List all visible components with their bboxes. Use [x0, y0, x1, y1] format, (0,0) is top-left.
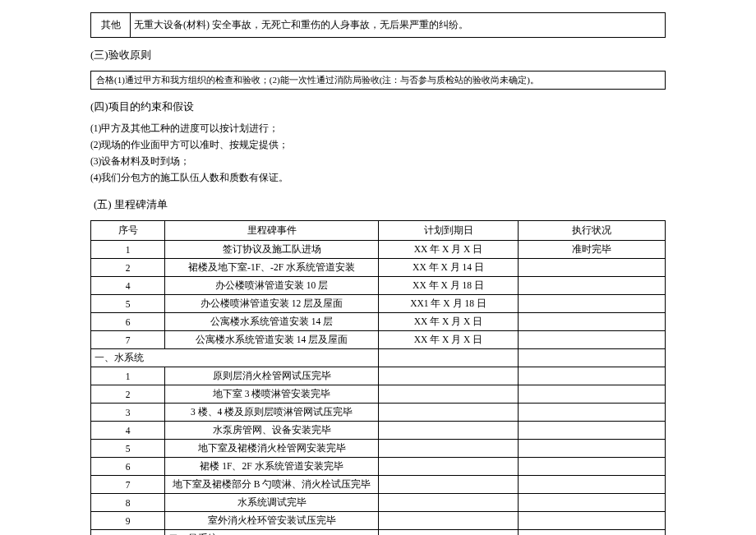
table-cell — [379, 494, 519, 512]
table-row: 2地下室 3 楼喷淋管安装完毕 — [91, 385, 666, 404]
group-b-label: 二、风系统 — [165, 530, 379, 536]
other-label: 其他 — [91, 13, 131, 37]
table-cell: 准时完毕 — [519, 241, 666, 259]
table-cell: 2 — [91, 385, 165, 404]
table-row: 1签订协议及施工队进场XX 年 X 月 X 日准时完毕 — [91, 241, 666, 259]
table-cell — [519, 494, 666, 512]
table-cell — [519, 476, 666, 494]
table-row: 9室外消火栓环管安装试压完毕 — [91, 512, 666, 530]
table-cell — [379, 458, 519, 476]
table-cell — [519, 385, 666, 404]
table-cell: 地下室及裙楼消火栓管网安装完毕 — [165, 440, 379, 458]
table-cell: 1 — [91, 367, 165, 385]
table-cell — [379, 512, 519, 530]
milestone-table: 序号 里程碑事件 计划到期日 执行状况 1签订协议及施工队进场XX 年 X 月 … — [90, 220, 666, 535]
table-cell — [519, 295, 666, 313]
table-cell: 室外消火栓环管安装试压完毕 — [165, 512, 379, 530]
table-cell: XX 年 X 月 14 日 — [379, 259, 519, 277]
milestone-water-body: 1原则层消火栓管网试压完毕2地下室 3 楼喷淋管安装完毕33 楼、4 楼及原则层… — [91, 367, 666, 530]
table-cell — [519, 313, 666, 331]
table-cell: 水泵房管网、设备安装完毕 — [165, 422, 379, 440]
table-cell: XX 年 X 月 X 日 — [379, 331, 519, 349]
table-cell: 办公楼喷淋管道安装 12 层及屋面 — [165, 295, 379, 313]
table-cell — [519, 440, 666, 458]
acceptance-principle-box: 合格(1)通过甲方和我方组织的检查和验收；(2)能一次性通过消防局验收(注：与否… — [90, 71, 666, 90]
group-b-row: 二、风系统 — [91, 530, 666, 536]
table-row: 7公寓楼水系统管道安装 14 层及屋面XX 年 X 月 X 日 — [91, 331, 666, 349]
table-row: 33 楼、4 楼及原则层喷淋管网试压完毕 — [91, 404, 666, 422]
milestone-top-body: 1签订协议及施工队进场XX 年 X 月 X 日准时完毕2裙楼及地下室-1F、-2… — [91, 241, 666, 349]
table-cell — [519, 331, 666, 349]
section-3-title: (三)验收原则 — [90, 48, 666, 62]
other-content: 无重大设备(材料) 安全事故，无死亡和重伤的人身事故，无后果严重的纠纷。 — [131, 13, 665, 37]
group-a-row: 一、水系统 — [91, 349, 666, 367]
table-cell: 3 楼、4 楼及原则层喷淋管网试压完毕 — [165, 404, 379, 422]
table-cell: 水系统调试完毕 — [165, 494, 379, 512]
table-cell — [379, 404, 519, 422]
table-cell: XX 年 X 月 18 日 — [379, 277, 519, 295]
table-cell — [519, 422, 666, 440]
table-cell: 7 — [91, 331, 165, 349]
table-cell: 原则层消火栓管网试压完毕 — [165, 367, 379, 385]
table-cell: 办公楼喷淋管道安装 10 层 — [165, 277, 379, 295]
table-cell: 3 — [91, 404, 165, 422]
table-cell: 9 — [91, 512, 165, 530]
table-row: 2裙楼及地下室-1F、-2F 水系统管道安装XX 年 X 月 14 日 — [91, 259, 666, 277]
table-cell — [519, 259, 666, 277]
table-cell: 7 — [91, 476, 165, 494]
table-cell: 5 — [91, 295, 165, 313]
assumption-item: (2)现场的作业面甲方可以准时、按规定提供； — [90, 139, 666, 151]
empty-cell — [91, 530, 165, 536]
table-cell: 公寓楼水系统管道安装 14 层及屋面 — [165, 331, 379, 349]
table-cell: 公寓楼水系统管道安装 14 层 — [165, 313, 379, 331]
table-row: 4办公楼喷淋管道安装 10 层XX 年 X 月 18 日 — [91, 277, 666, 295]
table-cell — [519, 367, 666, 385]
table-cell — [519, 404, 666, 422]
table-cell: XX 年 X 月 X 日 — [379, 313, 519, 331]
assumptions-list: (1)甲方及其他工种的进度可以按计划进行； (2)现场的作业面甲方可以准时、按规… — [90, 122, 666, 184]
table-cell — [379, 476, 519, 494]
table-cell: 1 — [91, 241, 165, 259]
other-info-box: 其他 无重大设备(材料) 安全事故，无死亡和重伤的人身事故，无后果严重的纠纷。 — [90, 12, 666, 38]
table-cell — [519, 512, 666, 530]
table-cell — [379, 440, 519, 458]
empty-cell — [519, 349, 666, 367]
table-cell: XX 年 X 月 X 日 — [379, 241, 519, 259]
table-cell — [379, 385, 519, 404]
table-cell: XX1 年 X 月 18 日 — [379, 295, 519, 313]
table-header-row: 序号 里程碑事件 计划到期日 执行状况 — [91, 221, 666, 241]
table-row: 1原则层消火栓管网试压完毕 — [91, 367, 666, 385]
table-cell: 裙楼及地下室-1F、-2F 水系统管道安装 — [165, 259, 379, 277]
th-status: 执行状况 — [519, 221, 666, 241]
empty-cell — [379, 530, 519, 536]
assumption-item: (3)设备材料及时到场； — [90, 155, 666, 168]
table-row: 5地下室及裙楼消火栓管网安装完毕 — [91, 440, 666, 458]
table-cell — [519, 458, 666, 476]
table-cell: 4 — [91, 422, 165, 440]
table-row: 6公寓楼水系统管道安装 14 层XX 年 X 月 X 日 — [91, 313, 666, 331]
table-cell: 4 — [91, 277, 165, 295]
empty-cell — [379, 349, 519, 367]
table-cell: 6 — [91, 458, 165, 476]
table-cell: 签订协议及施工队进场 — [165, 241, 379, 259]
section-4-title: (四)项目的约束和假设 — [90, 99, 666, 114]
table-cell — [519, 277, 666, 295]
table-cell — [379, 367, 519, 385]
table-row: 4水泵房管网、设备安装完毕 — [91, 422, 666, 440]
table-cell: 裙楼 1F、2F 水系统管道安装完毕 — [165, 458, 379, 476]
table-cell: 8 — [91, 494, 165, 512]
table-row: 5办公楼喷淋管道安装 12 层及屋面XX1 年 X 月 18 日 — [91, 295, 666, 313]
table-cell: 2 — [91, 259, 165, 277]
th-event: 里程碑事件 — [165, 221, 379, 241]
assumption-item: (1)甲方及其他工种的进度可以按计划进行； — [90, 122, 666, 135]
section-5-title: (五) 里程碑清单 — [94, 197, 666, 212]
th-date: 计划到期日 — [379, 221, 519, 241]
table-cell: 5 — [91, 440, 165, 458]
table-cell: 地下室及裙楼部分 B 勺喷淋、消火栓试压完毕 — [165, 476, 379, 494]
table-row: 8水系统调试完毕 — [91, 494, 666, 512]
table-cell — [379, 422, 519, 440]
table-cell: 6 — [91, 313, 165, 331]
assumption-item: (4)我们分包方的施工队伍人数和质数有保证。 — [90, 172, 666, 184]
empty-cell — [519, 530, 666, 536]
table-row: 6裙楼 1F、2F 水系统管道安装完毕 — [91, 458, 666, 476]
